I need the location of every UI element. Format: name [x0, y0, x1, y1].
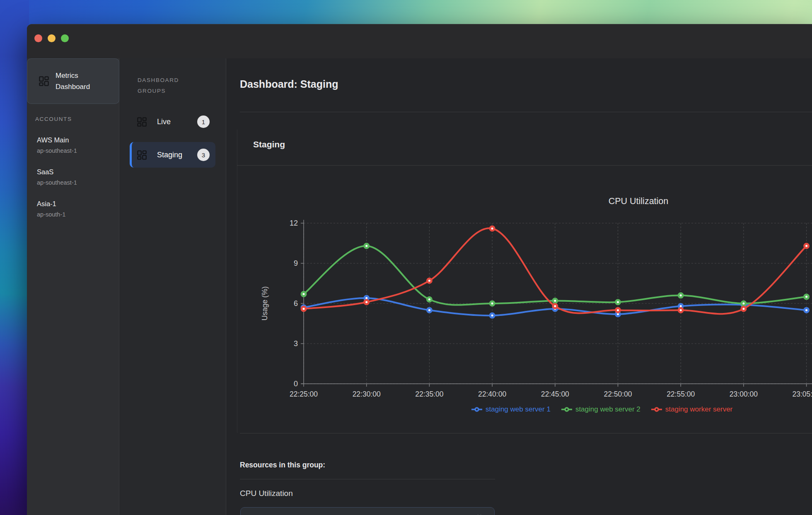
x-tick-label: 23:05:00	[793, 390, 812, 398]
divider	[240, 112, 812, 112]
group-label: Staging	[157, 151, 182, 159]
chart-point	[553, 299, 557, 303]
chart-point	[616, 308, 620, 312]
dashboard-grid-icon	[39, 76, 49, 87]
account-region: ap-southeast-1	[37, 146, 115, 155]
chart-point	[805, 308, 809, 312]
group-count-badge: 1	[197, 116, 210, 128]
legend-marker-icon	[651, 407, 662, 412]
chart-point	[805, 244, 809, 248]
chart-point	[679, 308, 683, 312]
resource-item-label: CPU Utilization	[240, 489, 293, 498]
legend-label: staging web server 1	[486, 405, 551, 414]
account-item-asia-1[interactable]: Asia-1 ap-south-1	[37, 199, 115, 219]
account-region: ap-south-1	[37, 210, 115, 219]
close-window-button[interactable]	[34, 34, 42, 42]
account-name: AWS Main	[37, 135, 115, 144]
chart-point	[365, 244, 369, 248]
dashboard-groups-label: DASHBOARD GROUPS	[138, 75, 187, 96]
resources-heading: Resources in this group:	[240, 461, 325, 469]
chart-point	[427, 308, 431, 312]
desktop-wallpaper-left	[0, 0, 29, 515]
screen: Metrics Dashboard ACCOUNTS AWS Main ap-s…	[0, 0, 812, 515]
chart-point	[679, 294, 683, 298]
account-region: ap-southeast-1	[37, 178, 115, 187]
dashboard-grid-icon	[137, 150, 147, 160]
main-content: Dashboard: Staging Staging 03691222:25:0…	[226, 58, 812, 515]
account-item-saas[interactable]: SaaS ap-southeast-1	[37, 167, 115, 187]
y-tick-label: 12	[290, 219, 298, 227]
chart-title: CPU Utilization	[609, 196, 669, 206]
account-list: AWS Main ap-southeast-1 SaaS ap-southeas…	[37, 135, 115, 231]
chart-point	[427, 297, 431, 301]
chart-point	[616, 300, 620, 304]
group-count-badge: 3	[197, 149, 210, 161]
legend-label: staging worker server	[665, 405, 733, 414]
y-tick-label: 0	[294, 380, 298, 388]
legend-marker-icon	[561, 407, 572, 412]
chart-point	[302, 307, 306, 311]
window-titlebar	[27, 24, 812, 58]
y-tick-label: 3	[294, 339, 298, 348]
chart-point	[553, 304, 557, 308]
x-tick-label: 22:55:00	[667, 390, 695, 398]
zoom-window-button[interactable]	[61, 34, 69, 42]
x-tick-label: 22:30:00	[353, 390, 381, 398]
group-label: Live	[157, 118, 171, 126]
app-window: Metrics Dashboard ACCOUNTS AWS Main ap-s…	[27, 24, 812, 515]
page-title: Dashboard: Staging	[240, 78, 338, 90]
x-tick-label: 22:50:00	[604, 390, 632, 398]
chart-point	[742, 301, 746, 306]
y-tick-label: 9	[294, 259, 298, 267]
x-tick-label: 23:00:00	[730, 390, 758, 398]
divider	[240, 479, 495, 479]
chart-point	[742, 307, 746, 311]
x-tick-label: 22:25:00	[290, 390, 318, 398]
chart-point	[427, 279, 431, 283]
cpu-utilization-chart: 03691222:25:0022:30:0022:35:0022:40:0022…	[226, 166, 812, 423]
y-tick-label: 6	[294, 299, 298, 308]
chart-legend: staging web server 1staging web server 2…	[471, 405, 732, 414]
clear-icon[interactable]: ×	[477, 512, 482, 515]
chart-point	[490, 313, 494, 318]
legend-item-staging-worker-server[interactable]: staging worker server	[651, 405, 733, 414]
app-sidebar: Metrics Dashboard ACCOUNTS AWS Main ap-s…	[27, 58, 119, 515]
chart-point	[490, 226, 494, 231]
dashboard-grid-icon	[137, 117, 147, 127]
minimize-window-button[interactable]	[48, 34, 56, 42]
chart-point	[302, 292, 306, 296]
app-title: Metrics Dashboard	[56, 70, 101, 92]
dashboard-groups-sidebar: DASHBOARD GROUPS Live 1	[119, 58, 226, 515]
x-tick-label: 22:45:00	[541, 390, 569, 398]
x-tick-label: 22:40:00	[478, 390, 506, 398]
chart-point	[365, 300, 369, 304]
group-item-staging[interactable]: Staging 3	[130, 142, 215, 168]
account-item-aws-main[interactable]: AWS Main ap-southeast-1	[37, 135, 115, 155]
legend-marker-icon	[471, 407, 482, 412]
legend-item-staging-web-server-1[interactable]: staging web server 1	[471, 405, 551, 414]
account-name: Asia-1	[37, 199, 115, 208]
x-tick-label: 22:35:00	[415, 390, 443, 398]
divider	[240, 433, 812, 433]
accounts-section-label: ACCOUNTS	[35, 116, 72, 122]
app-title-item[interactable]: Metrics Dashboard	[27, 58, 119, 104]
account-name: SaaS	[37, 167, 115, 176]
divider	[237, 165, 812, 166]
resource-picker-select[interactable]: ×	[240, 507, 495, 515]
legend-label: staging web server 2	[575, 405, 640, 414]
group-section-title: Staging	[253, 140, 285, 149]
chart-point	[490, 301, 494, 306]
chart-point	[805, 295, 809, 299]
group-item-live[interactable]: Live 1	[130, 109, 215, 135]
legend-item-staging-web-server-2[interactable]: staging web server 2	[561, 405, 640, 414]
y-axis-title: Usage (%)	[261, 286, 269, 321]
